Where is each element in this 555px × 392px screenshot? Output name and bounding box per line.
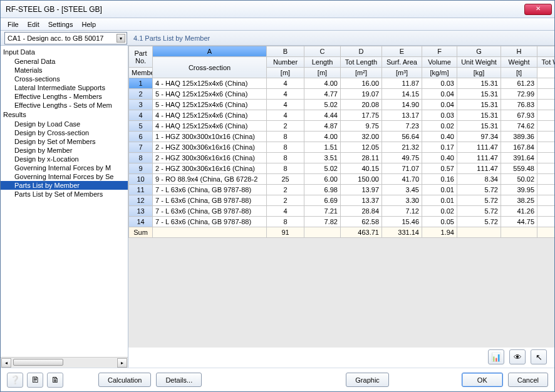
- cell-cs[interactable]: 5 - HAQ 125x125x4x6 (China): [153, 89, 267, 100]
- cell-tw[interactable]: 4.476: [537, 163, 555, 174]
- cell-surf[interactable]: 56.64: [382, 132, 422, 142]
- cell-len[interactable]: 6.69: [304, 195, 341, 206]
- cell-cs[interactable]: 7 - L 63x6 (China, GB 9787-88): [153, 195, 267, 206]
- cell-num[interactable]: 8: [267, 163, 304, 174]
- cell-uw[interactable]: 15.31: [457, 121, 501, 132]
- cell-surf[interactable]: 14.15: [382, 89, 422, 100]
- sidebar-item[interactable]: Effective Lengths - Members: [1, 92, 128, 101]
- col-tw[interactable]: Tot Weight: [537, 57, 555, 68]
- cell-tw[interactable]: 3.133: [537, 153, 555, 163]
- cell-w[interactable]: 44.75: [501, 217, 537, 227]
- select-icon[interactable]: ↖: [531, 349, 547, 364]
- col-members[interactable]: Members: [129, 68, 153, 78]
- cell-surf[interactable]: 11.87: [382, 78, 422, 89]
- col-totlength[interactable]: Tot Length: [341, 57, 382, 68]
- cell-num[interactable]: 8: [267, 153, 304, 163]
- cell-num[interactable]: 2: [267, 121, 304, 132]
- table-row[interactable]: 109 - RO 88.9x4 (China, GB 6728-2256.001…: [129, 174, 555, 185]
- cell-num[interactable]: 4: [267, 89, 304, 100]
- cell-cs[interactable]: 2 - HGZ 300x306x16x16 (China): [153, 142, 267, 153]
- row-number[interactable]: 13: [129, 206, 153, 217]
- table-row[interactable]: 72 - HGZ 300x306x16x16 (China)81.5112.05…: [129, 142, 555, 153]
- cell-vol[interactable]: 0.05: [422, 217, 457, 227]
- col-cross-section[interactable]: Cross-section: [153, 57, 267, 78]
- row-number[interactable]: 4: [129, 110, 153, 121]
- cell-tot[interactable]: 62.58: [341, 217, 382, 227]
- col-surf[interactable]: Surf. Area: [382, 57, 422, 68]
- cell-vol[interactable]: 0.40: [422, 132, 457, 142]
- table-row[interactable]: 25 - HAQ 125x125x4x6 (China)44.7719.0714…: [129, 89, 555, 100]
- row-number[interactable]: 11: [129, 185, 153, 195]
- cell-w[interactable]: 389.36: [501, 132, 537, 142]
- cell-vol[interactable]: 0.01: [422, 195, 457, 206]
- col-F[interactable]: F: [422, 46, 457, 57]
- menu-file[interactable]: File: [3, 19, 23, 29]
- cell-tw[interactable]: 0.307: [537, 100, 555, 110]
- cell-tot[interactable]: 20.08: [341, 100, 382, 110]
- cell-num[interactable]: 8: [267, 217, 304, 227]
- cell-tw[interactable]: 0.080: [537, 185, 555, 195]
- help-icon[interactable]: ❔: [7, 373, 23, 388]
- cell-tw[interactable]: 0.272: [537, 110, 555, 121]
- cell-tw[interactable]: 0.245: [537, 78, 555, 89]
- cell-w[interactable]: 39.95: [501, 185, 537, 195]
- row-number[interactable]: 3: [129, 100, 153, 110]
- close-button[interactable]: ✕: [524, 4, 552, 15]
- table-row[interactable]: 92 - HGZ 300x306x16x16 (China)85.0240.15…: [129, 163, 555, 174]
- cell-uw[interactable]: 5.72: [457, 185, 501, 195]
- cell-tot[interactable]: 13.37: [341, 195, 382, 206]
- cell-cs[interactable]: 5 - HAQ 125x125x4x6 (China): [153, 100, 267, 110]
- row-number[interactable]: 14: [129, 217, 153, 227]
- cell-cs[interactable]: 4 - HAQ 125x125x4x6 (China): [153, 78, 267, 89]
- sidebar-item[interactable]: Design by Set of Members: [1, 137, 128, 146]
- sidebar-item[interactable]: Materials: [1, 66, 128, 75]
- menu-settings[interactable]: Settings: [44, 19, 78, 29]
- cell-cs[interactable]: 9 - RO 88.9x4 (China, GB 6728-2: [153, 174, 267, 185]
- cell-len[interactable]: 6.00: [304, 174, 341, 185]
- cell-surf[interactable]: 7.23: [382, 121, 422, 132]
- cell-uw[interactable]: 15.31: [457, 100, 501, 110]
- cell-uw[interactable]: 15.31: [457, 89, 501, 100]
- cell-surf[interactable]: 3.30: [382, 195, 422, 206]
- table-row[interactable]: 147 - L 63x6 (China, GB 9787-88)87.8262.…: [129, 217, 555, 227]
- col-length[interactable]: Length: [304, 57, 341, 68]
- cell-w[interactable]: 391.64: [501, 153, 537, 163]
- cell-uw[interactable]: 111.47: [457, 153, 501, 163]
- scroll-right-icon[interactable]: ▸: [117, 358, 127, 368]
- graphic-button[interactable]: Graphic: [346, 373, 389, 387]
- cell-surf[interactable]: 15.46: [382, 217, 422, 227]
- cell-len[interactable]: 5.02: [304, 100, 341, 110]
- sidebar-item[interactable]: Design by Member: [1, 146, 128, 155]
- cell-len[interactable]: 4.00: [304, 78, 341, 89]
- menu-help[interactable]: Help: [77, 19, 100, 29]
- cell-cs[interactable]: 7 - L 63x6 (China, GB 9787-88): [153, 185, 267, 195]
- cell-w[interactable]: 167.84: [501, 142, 537, 153]
- row-number[interactable]: 7: [129, 142, 153, 153]
- cell-vol[interactable]: 0.40: [422, 153, 457, 163]
- cell-tw[interactable]: 1.251: [537, 174, 555, 185]
- cell-w[interactable]: 72.99: [501, 89, 537, 100]
- col-w[interactable]: Weight: [501, 57, 537, 68]
- table-row[interactable]: 137 - L 63x6 (China, GB 9787-88)47.2128.…: [129, 206, 555, 217]
- view-icon[interactable]: 👁: [509, 349, 526, 364]
- cell-num[interactable]: 4: [267, 100, 304, 110]
- sidebar-item[interactable]: Parts List by Set of Members: [1, 190, 128, 199]
- cell-tw[interactable]: 0.165: [537, 206, 555, 217]
- cell-tot[interactable]: 13.97: [341, 185, 382, 195]
- cell-vol[interactable]: 0.03: [422, 110, 457, 121]
- row-number[interactable]: 6: [129, 132, 153, 142]
- cell-tot[interactable]: 28.84: [341, 206, 382, 217]
- cell-vol[interactable]: 0.02: [422, 121, 457, 132]
- menu-edit[interactable]: Edit: [23, 19, 44, 29]
- ok-button[interactable]: OK: [462, 373, 503, 387]
- cell-w[interactable]: 61.23: [501, 78, 537, 89]
- cell-cs[interactable]: 4 - HAQ 125x125x4x6 (China): [153, 110, 267, 121]
- cell-uw[interactable]: 15.31: [457, 78, 501, 89]
- scroll-left-icon[interactable]: ◂: [1, 358, 11, 368]
- cell-len[interactable]: 4.77: [304, 89, 341, 100]
- sidebar-item[interactable]: Design by Load Case: [1, 120, 128, 128]
- cell-num[interactable]: 25: [267, 174, 304, 185]
- case-combo[interactable]: CA1 - Design acc. to GB 50017 ▾: [4, 32, 127, 44]
- cell-tot[interactable]: 16.00: [341, 78, 382, 89]
- sidebar-item[interactable]: Design by x-Location: [1, 155, 128, 163]
